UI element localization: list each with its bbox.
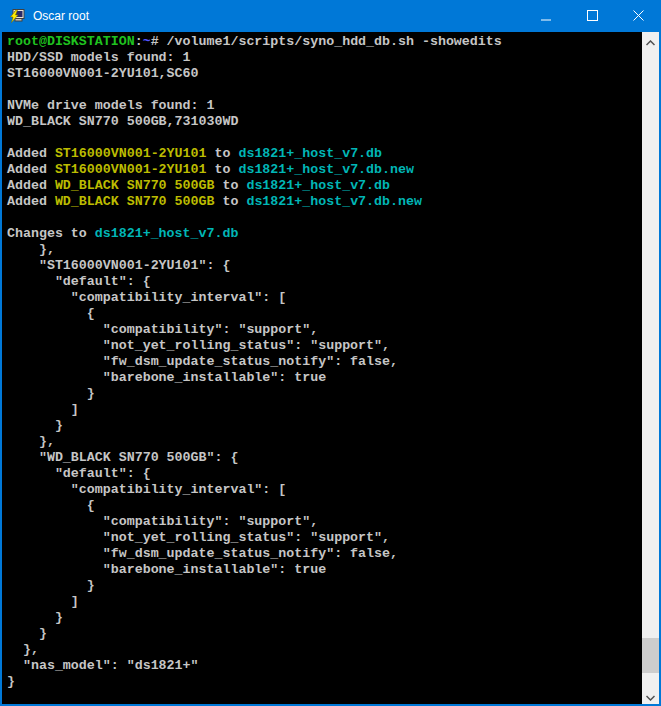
terminal-line: "WD_BLACK SN770 500GB": { (7, 450, 642, 466)
terminal-line: }, (7, 242, 642, 258)
terminal-line: "compatibility_interval": [ (7, 482, 642, 498)
close-button[interactable] (615, 0, 661, 32)
terminal-line: "default": { (7, 274, 642, 290)
terminal-line: "compatibility": "support", (7, 322, 642, 338)
terminal-line: }, (7, 434, 642, 450)
terminal-line: "default": { (7, 466, 642, 482)
putty-window: Oscar root root@DISKSTATION:~# /volume1/… (0, 0, 661, 706)
window-controls (523, 0, 661, 32)
terminal-line: "compatibility_interval": [ (7, 290, 642, 306)
scrollbar-down-button[interactable] (642, 687, 659, 704)
terminal-line: { (7, 498, 642, 514)
chevron-down-icon (646, 687, 655, 705)
terminal-line: "fw_dsm_update_status_notify": false, (7, 546, 642, 562)
terminal-line: "compatibility": "support", (7, 514, 642, 530)
maximize-icon (587, 7, 598, 25)
terminal-line: HDD/SSD models found: 1 (7, 50, 642, 66)
window-title: Oscar root (33, 9, 523, 23)
terminal-line: ] (7, 594, 642, 610)
terminal-line: } (7, 610, 642, 626)
scrollbar-up-button[interactable] (642, 32, 659, 49)
terminal-screen[interactable]: root@DISKSTATION:~# /volume1/scripts/syn… (2, 32, 642, 704)
maximize-button[interactable] (569, 0, 615, 32)
terminal-line: Added WD_BLACK SN770 500GB to ds1821+_ho… (7, 194, 642, 210)
terminal-line (7, 82, 642, 98)
terminal-line: } (7, 578, 642, 594)
terminal-line: "ST16000VN001-2YU101": { (7, 258, 642, 274)
terminal-line: Added ST16000VN001-2YU101 to ds1821+_hos… (7, 162, 642, 178)
terminal-line: Added ST16000VN001-2YU101 to ds1821+_hos… (7, 146, 642, 162)
terminal-line (7, 210, 642, 226)
terminal-line: ST16000VN001-2YU101,SC60 (7, 66, 642, 82)
terminal-line: root@DISKSTATION:~# /volume1/scripts/syn… (7, 34, 642, 50)
putty-terminal-icon[interactable] (9, 8, 25, 24)
terminal-line: Changes to ds1821+_host_v7.db (7, 226, 642, 242)
terminal-line: } (7, 418, 642, 434)
terminal-line: WD_BLACK SN770 500GB,731030WD (7, 114, 642, 130)
terminal-line: ] (7, 402, 642, 418)
terminal-line: Added WD_BLACK SN770 500GB to ds1821+_ho… (7, 178, 642, 194)
chevron-up-icon (646, 32, 655, 50)
terminal-line: "fw_dsm_update_status_notify": false, (7, 354, 642, 370)
terminal-line: "nas_model": "ds1821+" (7, 658, 642, 674)
terminal-line: }, (7, 642, 642, 658)
minimize-button[interactable] (523, 0, 569, 32)
terminal-line: NVMe drive models found: 1 (7, 98, 642, 114)
terminal-area: root@DISKSTATION:~# /volume1/scripts/syn… (0, 32, 661, 706)
terminal-line: } (7, 626, 642, 642)
terminal-line: "barebone_installable": true (7, 562, 642, 578)
terminal-line: "not_yet_rolling_status": "support", (7, 530, 642, 546)
terminal-line: "barebone_installable": true (7, 370, 642, 386)
titlebar[interactable]: Oscar root (0, 0, 661, 32)
scrollbar-thumb[interactable] (642, 638, 659, 673)
terminal-line: } (7, 386, 642, 402)
terminal-line (7, 130, 642, 146)
scrollbar[interactable] (642, 32, 659, 704)
terminal-line: { (7, 306, 642, 322)
minimize-icon (541, 7, 551, 25)
terminal-line: "not_yet_rolling_status": "support", (7, 338, 642, 354)
terminal-line: } (7, 674, 642, 690)
close-icon (633, 7, 644, 25)
